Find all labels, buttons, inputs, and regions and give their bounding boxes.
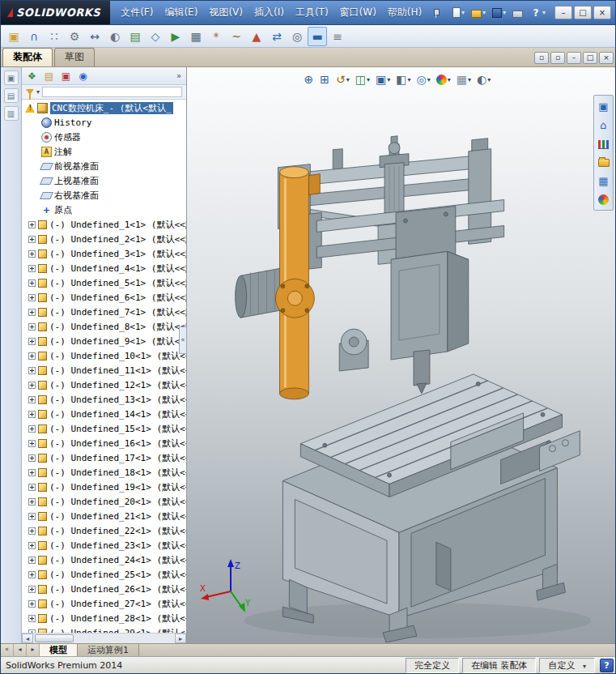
expander-icon[interactable]: [28, 411, 36, 418]
expander-icon[interactable]: [28, 294, 36, 301]
tree-item-row[interactable]: 前视基准面: [22, 159, 186, 173]
zoom-fit-icon[interactable]: ⊕: [302, 73, 316, 86]
doc-next-window-button[interactable]: ▫: [550, 52, 565, 64]
minimize-button[interactable]: –: [554, 6, 572, 19]
tree-component-row[interactable]: (-) Undefined_9<1> (默认<<默: [22, 334, 186, 348]
save-icon[interactable]: ▾: [490, 6, 508, 19]
expander-icon[interactable]: [28, 629, 36, 633]
document-tab[interactable]: 模型: [40, 644, 78, 656]
expander-icon[interactable]: [28, 527, 36, 535]
apply-scene-icon[interactable]: ▦ ▾: [455, 73, 473, 86]
new-motion-study-icon[interactable]: ▶: [166, 27, 185, 46]
tree-item-row[interactable]: History: [22, 115, 186, 130]
cnc-machine-model[interactable]: [236, 136, 592, 642]
file-explorer-icon[interactable]: ▰: [595, 154, 612, 170]
tree-component-row[interactable]: (-) Undefined_3<1> (默认<<默: [22, 246, 186, 261]
hide-show-items-icon[interactable]: ◎ ▾: [414, 73, 431, 86]
tree-component-row[interactable]: (-) Undefined_7<1> (默认<<默: [22, 305, 186, 319]
doc-close-button[interactable]: ×: [599, 52, 614, 64]
tree-item-row[interactable]: 右视基准面: [22, 188, 186, 203]
explode-line-sketch-icon[interactable]: ~: [227, 27, 246, 46]
tree-component-row[interactable]: (-) Undefined_15<1> (默认<<默: [22, 421, 186, 436]
expander-icon[interactable]: [28, 396, 36, 403]
tree-component-row[interactable]: (-) Undefined_19<1> (默认<<默: [22, 480, 186, 494]
tree-component-row[interactable]: (-) Undefined_1<1> (默认<<默: [22, 217, 186, 232]
doc-minimize-button[interactable]: –: [567, 52, 581, 64]
filter-input[interactable]: [42, 87, 182, 97]
doc-restore-button[interactable]: □: [583, 52, 597, 64]
pushpin-icon[interactable]: [431, 8, 440, 18]
interference-detection-icon[interactable]: ▲: [247, 27, 266, 46]
section-view-icon[interactable]: ◫ ▾: [354, 73, 372, 86]
expander-icon[interactable]: [28, 571, 36, 578]
print-icon[interactable]: [510, 6, 526, 19]
panel-mini-icon-3[interactable]: ▥: [4, 106, 19, 121]
scroll-track[interactable]: [33, 633, 175, 643]
expander-icon[interactable]: [28, 557, 36, 564]
assembly-features-icon[interactable]: ▤: [125, 27, 145, 46]
property-manager-tab-icon[interactable]: ▤: [41, 69, 57, 83]
expander-icon[interactable]: [28, 309, 36, 316]
graphics-viewport[interactable]: ⊕ ⊞ ↺ ▾ ◫ ▾: [187, 67, 615, 643]
expander-icon[interactable]: [28, 236, 36, 243]
expander-icon[interactable]: [28, 323, 36, 331]
tree-item-row[interactable]: 传感器: [22, 130, 186, 144]
mate-icon[interactable]: ∩: [24, 27, 44, 46]
measure-icon[interactable]: ▬: [308, 27, 327, 46]
insert-components-icon[interactable]: ▣: [4, 27, 23, 46]
tree-component-row[interactable]: (-) Undefined_28<1> (默认<<默: [22, 611, 186, 625]
scroll-thumb[interactable]: [35, 634, 74, 642]
clearance-verification-icon[interactable]: ⇄: [267, 27, 287, 46]
tree-item-row[interactable]: 原点: [22, 203, 186, 217]
tab-assembly[interactable]: 装配体: [2, 48, 53, 66]
menu-item[interactable]: 文件(F): [115, 4, 159, 21]
tab-sketch[interactable]: 草图: [54, 48, 95, 66]
scroll-left-button[interactable]: ◂: [22, 633, 33, 643]
filter-caret-icon[interactable]: ▾: [36, 88, 40, 96]
tree-item-row[interactable]: 注解: [22, 144, 186, 159]
expander-icon[interactable]: [28, 425, 36, 433]
tree-component-row[interactable]: (-) Undefined_16<1> (默认<<默: [22, 436, 186, 450]
close-button[interactable]: ×: [593, 6, 611, 19]
feature-manager-tab-icon[interactable]: ❖: [24, 69, 40, 83]
expander-icon[interactable]: [28, 513, 36, 520]
resources-home-icon[interactable]: ⌂: [595, 117, 612, 133]
tree-component-row[interactable]: (-) Undefined_6<1> (默认<<默: [22, 290, 186, 305]
exploded-view-icon[interactable]: *: [206, 27, 226, 46]
doc-prev-window-button[interactable]: ▫: [534, 52, 549, 64]
tree-component-row[interactable]: (-) Undefined_2<1> (默认<<默: [22, 232, 186, 246]
tree-component-row[interactable]: (-) Undefined_22<1> (默认<<默: [22, 523, 186, 538]
tab-scroll-right-button[interactable]: ▸: [27, 644, 40, 656]
tree-component-row[interactable]: (-) Undefined_25<1> (默认<<默: [22, 567, 186, 582]
tree-component-row[interactable]: (-) Undefined_23<1> (默认<<默: [22, 538, 186, 552]
move-component-icon[interactable]: ↔: [85, 27, 104, 46]
bill-of-materials-icon[interactable]: ▦: [186, 27, 206, 46]
tree-component-row[interactable]: (-) Undefined_29<1> (默认<<默: [22, 625, 186, 633]
tree-component-row[interactable]: (-) Undefined_18<1> (默认<<默: [22, 465, 186, 480]
mass-properties-icon[interactable]: ≡: [328, 27, 347, 46]
tabs-overflow-chevron[interactable]: »: [174, 71, 184, 80]
unit-system-selector[interactable]: 自定义 ▾: [539, 658, 595, 673]
smart-fasteners-icon[interactable]: ⚙: [65, 27, 84, 46]
expander-icon[interactable]: [28, 440, 36, 447]
expander-icon[interactable]: [28, 338, 36, 345]
tree-component-row[interactable]: (-) Undefined_13<1> (默认<<默: [22, 392, 186, 407]
expander-icon[interactable]: [28, 600, 36, 608]
menu-item[interactable]: 视图(V): [203, 4, 249, 21]
configuration-manager-tab-icon[interactable]: ▣: [58, 69, 74, 83]
hole-alignment-icon[interactable]: ◎: [287, 27, 307, 46]
display-manager-tab-icon[interactable]: ◉: [75, 69, 91, 83]
tree-component-row[interactable]: (-) Undefined_12<1> (默认<<默: [22, 378, 186, 392]
document-tab[interactable]: 运动算例1: [78, 644, 139, 656]
tree-component-row[interactable]: (-) Undefined_8<1> (默认<<默: [22, 319, 186, 334]
expander-icon[interactable]: [28, 367, 36, 374]
tree-component-row[interactable]: (-) Undefined_20<1> (默认<<默: [22, 494, 186, 509]
show-hidden-components-icon[interactable]: ◐: [105, 27, 125, 46]
expander-icon[interactable]: [28, 469, 36, 476]
reference-geometry-icon[interactable]: ◇: [146, 27, 165, 46]
panel-mini-icon-1[interactable]: ▣: [4, 70, 19, 85]
panel-mini-icon-2[interactable]: ▤: [4, 88, 19, 103]
open-document-icon[interactable]: ▾: [469, 6, 488, 19]
menu-item[interactable]: 插入(I): [249, 4, 290, 21]
z-axis-head[interactable]: [391, 251, 469, 394]
